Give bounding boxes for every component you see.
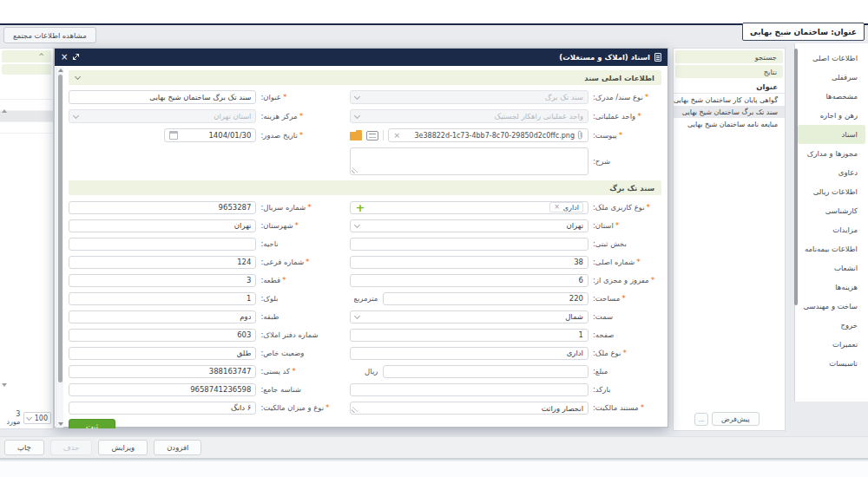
text-input[interactable]: دوم xyxy=(69,310,256,323)
form-field: *نوع کاربری ملک:اداری×+ xyxy=(350,200,661,214)
field-label: بارکد: xyxy=(589,385,661,394)
attachment-input[interactable]: 3e38822d-1c73-4bb7-8c70-29850d2c0ffc.png… xyxy=(388,128,589,142)
textarea-input[interactable]: انحصار وراثت xyxy=(350,402,589,415)
text-input[interactable]: 124 xyxy=(69,256,256,269)
text-input[interactable]: ۶ دانگ xyxy=(69,402,256,415)
sidebar-item[interactable]: دعاوی xyxy=(795,163,868,182)
scroll-up-icon[interactable] xyxy=(58,69,63,72)
sidebar-item[interactable]: اطلاعات اصلی xyxy=(795,49,868,68)
select-input[interactable]: واحد عملیاتی راهکار لجستیک xyxy=(350,109,589,123)
close-icon[interactable]: × xyxy=(61,53,68,62)
sidebar-item[interactable]: اسناد xyxy=(798,125,865,144)
sidebar-item[interactable]: کارشناسی xyxy=(795,201,868,220)
submit-button[interactable]: ثبت xyxy=(69,419,115,428)
field-label-text: سمت: xyxy=(593,312,613,321)
scroll-up-icon[interactable] xyxy=(2,109,7,113)
field-label: شماره دفتر املاک: xyxy=(256,330,339,339)
expand-icon[interactable] xyxy=(72,53,80,62)
sidebar-scrollbar[interactable] xyxy=(794,49,798,305)
required-star: * xyxy=(307,204,312,212)
remove-tag-icon[interactable]: × xyxy=(554,204,560,211)
select-input[interactable]: شمال xyxy=(350,310,589,323)
select-input[interactable]: سند تک برگ xyxy=(350,90,589,104)
calendar-icon[interactable] xyxy=(169,131,178,140)
text-input[interactable] xyxy=(350,238,589,251)
text-input[interactable] xyxy=(350,383,589,396)
resize-grip-icon[interactable] xyxy=(352,407,358,413)
form-row: *استان:تهران*شهرستان:تهران xyxy=(69,219,661,232)
tag-chip[interactable]: اداری× xyxy=(549,202,583,212)
search-results-panel: جستجو نتایج عنوان گواهی پایان کار ساختما… xyxy=(673,48,786,431)
text-input[interactable]: 1 xyxy=(350,329,589,342)
records-panel-header[interactable]: ^ xyxy=(2,50,51,62)
separator xyxy=(383,130,384,140)
date-input[interactable]: 1404/01/30 xyxy=(164,128,256,142)
text-input[interactable]: 9658741236598 xyxy=(69,383,256,396)
modal-scrollbar[interactable] xyxy=(56,67,63,428)
sidebar-item[interactable]: اطلاعات بیمه‌نامه xyxy=(795,239,868,258)
text-input[interactable]: 1 xyxy=(69,292,256,305)
sidebar-item[interactable]: مشخصه‌ها xyxy=(795,87,868,106)
scanner-icon[interactable] xyxy=(366,131,378,140)
form-field: طبقه:دوم xyxy=(69,310,339,323)
text-input[interactable]: سند تک برگ ساختمان شیخ بهایی xyxy=(69,90,256,104)
edit-button[interactable]: ویرایش xyxy=(98,440,148,455)
text-input[interactable]: 220 xyxy=(383,292,589,305)
sidebar-item[interactable]: ساخت و مهندسی xyxy=(795,297,868,316)
record-row-selected[interactable] xyxy=(0,111,53,122)
form-row: *واحد عملیاتی:واحد عملیاتی راهکار لجستیک… xyxy=(69,109,661,123)
page-size-select[interactable]: 100 xyxy=(23,412,51,424)
sidebar-item[interactable]: مزایدات xyxy=(795,220,868,239)
print-button[interactable]: چاپ xyxy=(4,440,44,455)
results-header[interactable]: نتایج xyxy=(675,65,783,78)
sidebar-item[interactable]: سرقفلی xyxy=(795,68,868,87)
text-input[interactable]: 3 xyxy=(69,274,256,287)
result-row[interactable]: سند تک برگ ساختمان شیخ بهایی xyxy=(674,106,785,118)
text-input[interactable] xyxy=(383,365,589,378)
text-input[interactable]: 388163747 xyxy=(69,365,256,378)
text-input[interactable]: 6 xyxy=(350,274,589,287)
more-options-button[interactable]: ... xyxy=(694,413,708,426)
text-input[interactable]: طلق xyxy=(69,347,256,360)
sidebar-item[interactable]: هزینه‌ها xyxy=(795,278,868,297)
sidebar-item[interactable]: تعمیرات xyxy=(795,335,868,354)
sidebar-item[interactable]: مجوزها و مدارک xyxy=(795,144,868,163)
view-complex-info-button[interactable]: مشاهده اطلاعات مجتمع xyxy=(3,27,96,43)
text-input[interactable]: 38 xyxy=(350,256,589,269)
result-row[interactable]: مبایعه نامه ساختمان شیخ بهایی xyxy=(674,118,785,130)
section-header-single-deed[interactable]: سند تک برگ xyxy=(69,180,661,195)
scroll-down-icon[interactable] xyxy=(2,383,7,387)
record-row[interactable] xyxy=(0,100,53,111)
resize-grip-icon[interactable] xyxy=(352,167,358,173)
text-input[interactable]: 603 xyxy=(69,329,256,342)
collapse-icon[interactable]: ^ xyxy=(38,53,44,61)
text-input[interactable]: تهران xyxy=(69,219,256,232)
chevron-down-icon[interactable] xyxy=(75,74,81,80)
sidebar-item[interactable]: انشعاب xyxy=(795,258,868,278)
sidebar-item[interactable]: خروج xyxy=(795,316,868,335)
text-input[interactable] xyxy=(69,238,256,251)
input-value: 124 xyxy=(237,258,251,266)
clear-file-icon[interactable]: × xyxy=(393,132,400,140)
select-input[interactable]: استان تهران xyxy=(69,109,256,123)
sidebar-item[interactable]: تاسیسات xyxy=(795,354,868,373)
search-header[interactable]: جستجو xyxy=(675,50,783,63)
text-input[interactable]: اداری xyxy=(350,347,589,360)
result-row[interactable]: گواهی پایان کار ساختمان شیخ بهایی xyxy=(674,94,785,106)
add-button[interactable]: افزودن xyxy=(154,440,201,455)
scroll-down-icon[interactable] xyxy=(58,422,63,426)
form-field: بارکد: xyxy=(350,382,661,396)
delete-button[interactable]: حذف xyxy=(50,440,93,455)
sidebar-item[interactable]: رهن و اجاره xyxy=(795,106,868,125)
record-row[interactable] xyxy=(0,122,53,134)
text-input[interactable]: 9653287 xyxy=(69,201,256,214)
tags-input[interactable]: اداری×+ xyxy=(350,201,589,214)
section-header-main-info[interactable]: اطلاعات اصلی سند xyxy=(69,70,661,85)
textarea-input[interactable] xyxy=(350,147,589,175)
select-input[interactable]: تهران xyxy=(350,219,589,232)
default-button[interactable]: پیش‌فرض xyxy=(712,412,760,426)
add-tag-icon[interactable]: + xyxy=(355,203,365,212)
scrollbar-thumb[interactable] xyxy=(58,75,62,382)
folder-icon[interactable] xyxy=(350,132,362,140)
sidebar-item[interactable]: اطلاعات ریالی xyxy=(795,182,868,201)
